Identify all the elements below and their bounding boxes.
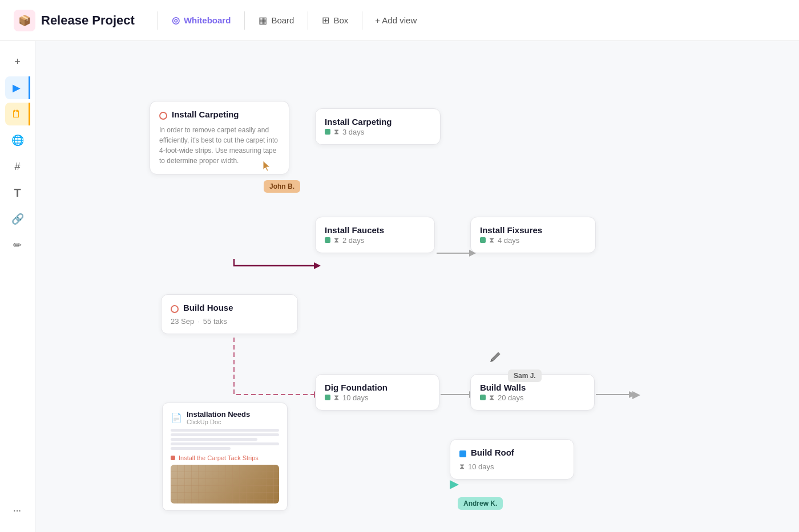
sam-j-badge: Sam J. — [508, 369, 542, 382]
whiteboard-canvas: Install Carpeting In order to remove car… — [35, 41, 799, 532]
installation-needs-doc[interactable]: 📄 Installation Needs ClickUp Doc Install… — [162, 403, 288, 511]
dig-foundation-duration: 10 days — [342, 393, 369, 402]
carpeting-small-duration: 3 days — [342, 128, 364, 136]
hourglass-icon-4: ⧗ — [334, 393, 339, 402]
pencil-cursor — [490, 350, 502, 365]
doc-title: Installation Needs — [187, 410, 250, 419]
add-view-label: + Add view — [375, 15, 417, 25]
nav-divider-4 — [362, 11, 362, 30]
hourglass-icon-3: ⧗ — [489, 235, 494, 245]
build-walls-status — [480, 395, 486, 400]
nav-box-label: Box — [333, 15, 348, 25]
sidebar-globe-btn[interactable]: 🌐 — [6, 129, 29, 152]
carpeting-small-title: Install Carpeting — [325, 117, 392, 127]
build-house-card[interactable]: Build House 23 Sep · 55 taks — [161, 294, 298, 334]
sidebar-add-btn[interactable]: + — [6, 50, 29, 73]
build-roof-duration: 10 days — [468, 462, 494, 471]
svg-marker-1 — [314, 262, 321, 269]
build-walls-meta: ⧗ 20 days — [480, 393, 585, 402]
carpeting-big-desc: In order to remove carpet easily and eff… — [159, 125, 280, 166]
hourglass-icon-6: ⧗ — [459, 462, 465, 471]
box-icon: ⊞ — [322, 15, 329, 26]
doc-icon: 📄 — [171, 412, 182, 423]
sidebar-pointer-btn[interactable]: ▶ — [5, 76, 30, 99]
doc-label-row: Install the Carpet Tack Strips — [171, 454, 279, 461]
board-icon: ▦ — [259, 15, 267, 26]
carpeting-small-status — [325, 129, 330, 135]
nav-divider-3 — [308, 11, 308, 30]
install-carpeting-small-card[interactable]: Install Carpeting ⧗ 3 days — [315, 108, 441, 145]
andrew-k-badge: Andrew K. — [458, 497, 503, 510]
dig-foundation-title: Dig Foundation — [325, 383, 388, 392]
doc-line-3 — [171, 438, 257, 441]
install-faucets-card[interactable]: Install Faucets ⧗ 2 days — [315, 217, 435, 253]
doc-line-5 — [171, 447, 231, 450]
faucets-meta: ⧗ 2 days — [325, 235, 425, 245]
dig-foundation-meta: ⧗ 10 days — [325, 393, 430, 402]
svg-marker-5 — [632, 391, 640, 399]
teal-indicator — [450, 480, 459, 492]
build-walls-duration: 20 days — [498, 393, 524, 402]
doc-label-dot — [171, 456, 175, 460]
build-walls-arrow — [632, 391, 649, 401]
nav-logo: 📦 Release Project — [14, 10, 135, 31]
carpeting-status-circle — [159, 112, 167, 120]
nav-whiteboard[interactable]: ◎ Whiteboard — [163, 10, 240, 30]
doc-image — [171, 465, 279, 503]
build-house-status-circle — [171, 305, 179, 313]
nav-divider — [158, 11, 158, 30]
build-house-title: Build House — [183, 303, 233, 312]
build-house-date: 23 Sep — [171, 317, 194, 326]
nav-add-view[interactable]: + Add view — [367, 11, 425, 30]
doc-line-1 — [171, 429, 279, 432]
build-roof-meta: ⧗ 10 days — [459, 462, 564, 471]
sidebar-text-btn[interactable]: T — [6, 181, 29, 204]
fixsures-status — [480, 237, 486, 243]
svg-marker-6 — [450, 480, 459, 489]
john-b-badge: John B. — [264, 180, 300, 193]
top-nav: 📦 Release Project ◎ Whiteboard ▦ Board ⊞… — [0, 0, 799, 41]
build-roof-status — [459, 450, 466, 457]
nav-board[interactable]: ▦ Board — [249, 10, 303, 30]
nav-whiteboard-label: Whiteboard — [184, 15, 231, 25]
fixsures-duration: 4 days — [498, 236, 519, 245]
faucets-title: Install Faucets — [325, 225, 384, 235]
install-carpeting-big-card[interactable]: Install Carpeting In order to remove car… — [150, 101, 289, 174]
whiteboard-icon: ◎ — [172, 15, 180, 26]
dig-foundation-status — [325, 395, 330, 400]
carpeting-big-title: Install Carpeting — [172, 109, 239, 119]
logo-icon: 📦 — [14, 10, 35, 31]
doc-line-4 — [171, 442, 279, 445]
doc-image-inner — [171, 465, 279, 503]
hourglass-icon-2: ⧗ — [334, 235, 339, 245]
nav-board-label: Board — [271, 15, 294, 25]
build-roof-title: Build Roof — [471, 448, 514, 457]
sidebar-more-btn[interactable]: ··· — [6, 499, 29, 522]
doc-lines — [171, 429, 279, 450]
faucets-duration: 2 days — [342, 236, 364, 245]
sidebar-hash-btn[interactable]: # — [6, 155, 29, 178]
build-house-meta: 23 Sep · 55 taks — [171, 317, 288, 326]
hourglass-icon-5: ⧗ — [489, 393, 494, 402]
faucets-status — [325, 237, 330, 243]
build-roof-card[interactable]: Build Roof ⧗ 10 days — [450, 439, 574, 480]
fixsures-meta: ⧗ 4 days — [480, 235, 586, 245]
build-house-tasks: 55 taks — [203, 317, 227, 326]
build-walls-title: Build Walls — [480, 383, 526, 392]
doc-line-2 — [171, 433, 279, 436]
nav-divider-2 — [244, 11, 245, 30]
install-fixsures-card[interactable]: Install Fixsures ⧗ 4 days — [470, 217, 596, 253]
sidebar-sticky-btn[interactable]: 🗒 — [5, 103, 30, 125]
sidebar-attachment-btn[interactable]: 🔗 — [6, 208, 29, 230]
doc-card-header: 📄 Installation Needs ClickUp Doc — [171, 410, 279, 425]
sidebar-draw-btn[interactable]: ✏ — [6, 234, 29, 257]
doc-label-text: Install the Carpet Tack Strips — [179, 454, 259, 461]
fixsures-title: Install Fixsures — [480, 225, 542, 235]
dig-foundation-card[interactable]: Dig Foundation ⧗ 10 days — [315, 374, 439, 411]
left-sidebar: + ▶ 🗒 🌐 # T 🔗 ✏ ··· — [0, 41, 35, 532]
nav-box[interactable]: ⊞ Box — [313, 10, 357, 30]
carpeting-small-meta: ⧗ 3 days — [325, 127, 431, 136]
hourglass-icon: ⧗ — [334, 127, 339, 136]
project-title: Release Project — [41, 13, 135, 28]
doc-subtitle: ClickUp Doc — [187, 419, 250, 425]
